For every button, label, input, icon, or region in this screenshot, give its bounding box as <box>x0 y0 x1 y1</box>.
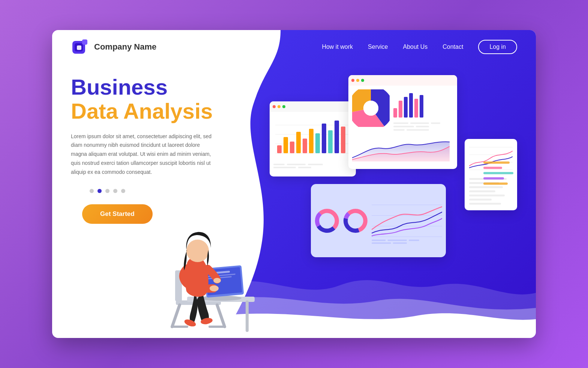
data-row <box>393 122 453 124</box>
svg-rect-8 <box>277 145 282 153</box>
bar-chart-content <box>270 112 356 172</box>
svg-rect-25 <box>404 97 408 118</box>
nav-contact[interactable]: Contact <box>442 44 463 50</box>
donut-2 <box>343 208 368 234</box>
nav-about-us[interactable]: About Us <box>403 44 428 50</box>
svg-rect-2 <box>77 45 81 50</box>
company-name-text: Company Name <box>94 42 156 52</box>
svg-point-22 <box>363 101 378 116</box>
panel-main-header <box>348 75 457 86</box>
navigation: How it work Service About Us Contact Log… <box>322 40 517 54</box>
pie-chart-svg <box>352 89 390 127</box>
panel-min-dot <box>278 105 280 108</box>
svg-rect-11 <box>296 132 301 153</box>
dot-2[interactable] <box>98 189 102 193</box>
svg-line-51 <box>172 305 180 327</box>
get-started-button[interactable]: Get Started <box>82 204 153 224</box>
svg-rect-12 <box>303 139 307 153</box>
legend-rows-2 <box>273 167 352 168</box>
svg-rect-26 <box>409 93 413 118</box>
panel-close-dot-2 <box>351 79 354 82</box>
hero-description: Lorem ipsum dolor sit amet, consectetuer… <box>71 132 213 177</box>
bar-chart-svg <box>273 116 352 161</box>
svg-line-52 <box>217 305 225 327</box>
decorative-lines <box>483 161 513 185</box>
svg-rect-14 <box>315 133 320 153</box>
main-panel-content <box>348 86 457 136</box>
deco-line-3 <box>483 172 513 174</box>
deco-line-5 <box>483 182 508 185</box>
legend-item <box>287 164 306 165</box>
legend-item <box>308 164 323 165</box>
dot-1[interactable] <box>90 189 94 193</box>
svg-rect-42 <box>387 239 407 241</box>
svg-rect-15 <box>322 124 326 153</box>
mini-bar-svg <box>393 89 442 119</box>
svg-rect-10 <box>290 142 294 153</box>
svg-point-68 <box>186 240 209 262</box>
svg-rect-43 <box>409 239 419 241</box>
svg-rect-13 <box>309 129 314 153</box>
svg-rect-17 <box>334 121 339 153</box>
svg-rect-45 <box>393 242 407 244</box>
svg-rect-18 <box>341 127 345 153</box>
line-chart-svg <box>372 196 442 245</box>
legend-rows <box>273 164 352 165</box>
data-row <box>393 126 453 127</box>
dot-3[interactable] <box>105 189 110 193</box>
svg-rect-9 <box>284 137 288 153</box>
svg-rect-44 <box>372 242 391 244</box>
svg-rect-24 <box>399 101 402 118</box>
tablet-panel <box>311 184 446 257</box>
dot-5[interactable] <box>121 189 125 193</box>
bar-chart-panel <box>270 101 356 176</box>
deco-line-4 <box>483 177 504 179</box>
area-chart-svg <box>352 139 450 161</box>
area-chart-container <box>348 136 457 166</box>
svg-point-66 <box>210 285 219 291</box>
login-button[interactable]: Log in <box>478 40 517 54</box>
main-dashboard-panel <box>348 75 457 169</box>
svg-rect-3 <box>82 39 87 45</box>
svg-rect-41 <box>372 239 386 241</box>
svg-rect-28 <box>420 95 423 118</box>
hero-title-data: Data Analysis <box>71 99 273 123</box>
mini-charts <box>393 89 453 132</box>
donut-1 <box>315 208 339 234</box>
svg-rect-16 <box>328 130 333 153</box>
nav-how-it-work[interactable]: How it work <box>322 44 353 50</box>
hero-title-business: Business <box>71 75 273 99</box>
main-card: Company Name How it work Service About U… <box>52 30 536 338</box>
svg-rect-27 <box>414 99 418 118</box>
data-row <box>393 129 453 131</box>
data-rows <box>393 121 453 132</box>
hero-content: Business Data Analysis Lorem ipsum dolor… <box>71 75 273 224</box>
svg-point-67 <box>213 278 221 283</box>
panel-max-dot-2 <box>361 79 364 82</box>
panel-min-dot-2 <box>356 79 359 82</box>
tablet-content <box>315 188 442 253</box>
carousel-dots <box>71 189 273 193</box>
deco-line-2 <box>483 167 502 169</box>
dot-4[interactable] <box>113 189 117 193</box>
svg-rect-23 <box>393 108 397 118</box>
company-logo-icon <box>71 38 89 56</box>
logo-area: Company Name <box>71 38 156 56</box>
legend-item <box>273 167 296 168</box>
nav-service[interactable]: Service <box>368 44 388 50</box>
legend-item <box>298 167 311 168</box>
deco-line-1 <box>483 161 510 164</box>
panel-max-dot <box>282 105 285 108</box>
legend-item <box>273 164 285 165</box>
header: Company Name How it work Service About U… <box>52 30 536 64</box>
panel-bar-header <box>270 101 356 112</box>
